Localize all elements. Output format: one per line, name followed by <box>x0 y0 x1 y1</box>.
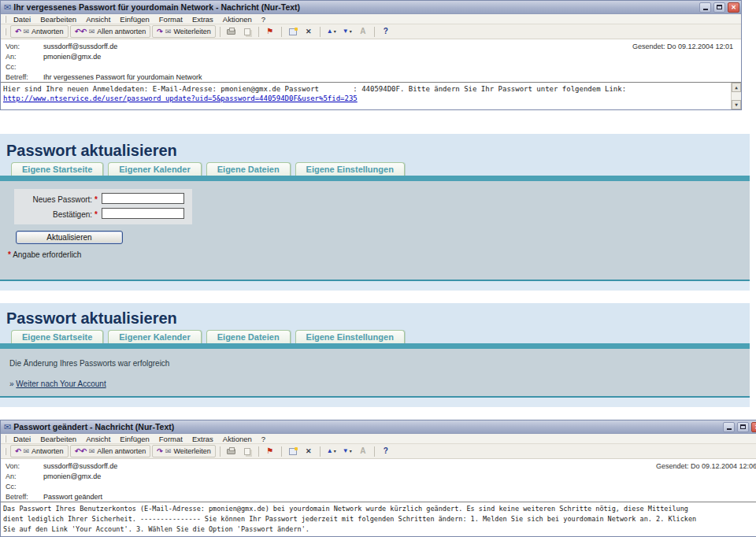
window-title: Ihr vergessenes Passwort für yourdomain … <box>13 2 697 12</box>
copy-button[interactable] <box>240 25 254 38</box>
font-button[interactable]: A <box>356 445 370 457</box>
message-body: Hier sind Ihre neuen Anmeldedaten: E-Mai… <box>1 82 741 109</box>
your-account-link[interactable]: Weiter nach Your Account <box>16 380 106 388</box>
menu-aktionen[interactable]: Aktionen <box>218 435 257 443</box>
print-button[interactable] <box>224 25 239 38</box>
scroll-down-icon[interactable]: ▼ <box>732 100 741 109</box>
restore-button[interactable] <box>737 422 749 432</box>
flag-icon: ⚑ <box>266 28 273 35</box>
help-button[interactable]: ? <box>379 445 393 457</box>
tab-eigene-einstellungen[interactable]: Eigene Einstellungen <box>295 330 405 343</box>
font-icon: A <box>360 28 365 35</box>
menu-datei[interactable]: Datei <box>9 15 35 24</box>
forward-button[interactable]: ↷✉ Weiterleiten <box>152 25 215 38</box>
from-label: Von: <box>6 461 43 472</box>
minimize-button[interactable] <box>723 422 735 432</box>
flag-button[interactable]: ⚑ <box>263 445 277 457</box>
chevron-down-icon: ▾ <box>334 449 336 454</box>
tab-eigener-kalender[interactable]: Eigener Kalender <box>108 162 201 176</box>
scrollbar[interactable]: ▲ ▼ <box>731 83 741 109</box>
tab-bar: Eigene Startseite Eigener Kalender Eigen… <box>11 330 750 343</box>
menu-bearbeiten[interactable]: Bearbeiten <box>35 435 81 443</box>
tab-bar: Eigene Startseite Eigener Kalender Eigen… <box>11 162 750 176</box>
move-to-folder-button[interactable] <box>286 25 300 38</box>
menu-extras[interactable]: Extras <box>187 15 218 24</box>
help-button[interactable]: ? <box>379 25 393 38</box>
window-title: Passwort geändert - Nachricht (Nur-Text) <box>13 422 721 431</box>
next-item-button[interactable]: ▼▾ <box>340 445 354 457</box>
menu-format[interactable]: Format <box>154 435 187 443</box>
flag-button[interactable]: ⚑ <box>263 25 277 38</box>
to-label: An: <box>6 52 43 62</box>
to-label: An: <box>6 472 43 482</box>
body-text-line: dient lediglich Ihrer Sicherheit. ------… <box>3 514 756 524</box>
menu-ansicht[interactable]: Ansicht <box>81 15 115 24</box>
font-button[interactable]: A <box>356 25 370 38</box>
tab-eigene-dateien[interactable]: Eigene Dateien <box>206 330 291 343</box>
screen: ✉ Ihr vergessenes Passwort für yourdomai… <box>0 0 756 537</box>
copy-icon <box>244 28 250 35</box>
required-asterisk: * <box>94 210 98 219</box>
arrow-up-icon: ▲ <box>327 28 333 35</box>
menu-einfuegen[interactable]: Einfügen <box>115 435 154 443</box>
body-text-line: Sie auf den Link 'Your Account'. 3. Wähl… <box>3 524 756 535</box>
reply-button[interactable]: ↶✉ Antworten <box>10 25 69 38</box>
toolbar-separator <box>281 27 282 37</box>
page-footer <box>0 398 750 407</box>
reply-button[interactable]: ↶✉ Antworten <box>10 445 69 457</box>
menu-bearbeiten[interactable]: Bearbeiten <box>35 15 81 24</box>
forward-icon: ↷ <box>157 28 163 35</box>
delete-button[interactable]: ✕ <box>302 445 316 457</box>
flag-icon: ⚑ <box>266 447 273 455</box>
required-asterisk: * <box>94 195 98 204</box>
toolbar: ↶✉ Antworten ↶↶✉ Allen antworten ↷✉ Weit… <box>1 24 741 39</box>
menu-grip <box>5 16 6 23</box>
reply-all-icon: ↶↶ <box>75 448 87 455</box>
toolbar-separator <box>258 446 259 457</box>
tab-eigene-dateien[interactable]: Eigene Dateien <box>206 162 291 176</box>
arrow-up-icon: ▲ <box>327 448 333 454</box>
envelope-icon: ✉ <box>89 28 95 35</box>
menu-ansicht[interactable]: Ansicht <box>81 435 115 443</box>
menu-format[interactable]: Format <box>154 15 187 24</box>
toolbar-separator <box>258 27 259 37</box>
success-message: Die Änderung Ihres Passworts war erfolgr… <box>9 359 743 368</box>
cc-label: Cc: <box>6 482 43 492</box>
delete-button[interactable]: ✕ <box>302 25 316 38</box>
new-password-field[interactable] <box>102 193 184 204</box>
password-update-link[interactable]: http://www.ntservice.de/user/password_up… <box>3 94 358 103</box>
toolbar-grip <box>5 28 6 35</box>
next-item-button[interactable]: ▼▾ <box>340 25 354 38</box>
menu-aktionen[interactable]: Aktionen <box>218 15 257 24</box>
move-to-folder-button[interactable] <box>286 445 300 457</box>
confirm-password-field[interactable] <box>102 208 184 219</box>
toolbar: ↶✉ Antworten ↶↶✉ Allen antworten ↷✉ Weit… <box>1 444 756 459</box>
menu-hilfe[interactable]: ? <box>257 435 270 443</box>
reply-all-button[interactable]: ↶↶✉ Allen antworten <box>70 25 151 38</box>
update-button[interactable]: Aktualisieren <box>16 231 123 244</box>
tab-eigene-einstellungen[interactable]: Eigene Einstellungen <box>295 162 405 176</box>
teal-divider-bar <box>0 176 750 181</box>
body-text: Hier sind Ihre neuen Anmeldedaten: E-Mai… <box>3 84 728 94</box>
printer-icon <box>227 29 235 35</box>
menu-einfuegen[interactable]: Einfügen <box>115 15 154 24</box>
scroll-up-icon[interactable]: ▲ <box>732 83 741 92</box>
copy-button[interactable] <box>240 445 254 457</box>
page-title: Passwort aktualisieren <box>6 309 750 328</box>
menu-extras[interactable]: Extras <box>187 435 218 443</box>
menu-datei[interactable]: Datei <box>9 435 35 443</box>
menu-hilfe[interactable]: ? <box>257 15 270 24</box>
tab-eigener-kalender[interactable]: Eigener Kalender <box>108 330 201 343</box>
print-button[interactable] <box>224 445 239 457</box>
close-button[interactable]: ✕ <box>751 422 756 432</box>
email-window-forgot-password: ✉ Ihr vergessenes Passwort für yourdomai… <box>0 0 742 110</box>
previous-item-button[interactable]: ▲▾ <box>324 25 339 38</box>
minimize-button[interactable] <box>699 2 711 13</box>
forward-button[interactable]: ↷✉ Weiterleiten <box>152 445 215 457</box>
close-button[interactable]: ✕ <box>728 2 739 13</box>
previous-item-button[interactable]: ▲▾ <box>324 445 339 457</box>
tab-eigene-startseite[interactable]: Eigene Startseite <box>11 162 103 176</box>
restore-button[interactable] <box>713 2 725 13</box>
reply-all-button[interactable]: ↶↶✉ Allen antworten <box>70 445 151 457</box>
tab-eigene-startseite[interactable]: Eigene Startseite <box>11 330 103 343</box>
